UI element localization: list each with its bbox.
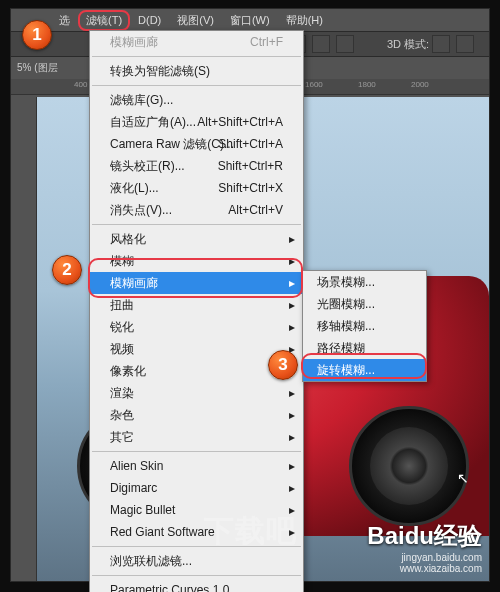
menu-item-distort[interactable]: 扭曲▸ — [90, 294, 303, 316]
chevron-right-icon: ▸ — [289, 408, 295, 422]
menu-item-lens-correction[interactable]: 镜头校正(R)...Shift+Ctrl+R — [90, 155, 303, 177]
chevron-right-icon: ▸ — [289, 320, 295, 334]
submenu-item-spin-blur[interactable]: 旋转模糊... — [303, 359, 426, 381]
menu-item-smart-filter[interactable]: 转换为智能滤镜(S) — [90, 60, 303, 82]
chevron-right-icon: ▸ — [289, 386, 295, 400]
submenu-item-tilt-shift[interactable]: 移轴模糊... — [303, 315, 426, 337]
annotation-badge-1: 1 — [22, 20, 52, 50]
menu-item-filter-gallery[interactable]: 滤镜库(G)... — [90, 89, 303, 111]
menu-item-noise[interactable]: 杂色▸ — [90, 404, 303, 426]
tool-icon[interactable] — [432, 35, 450, 53]
menu-help[interactable]: 帮助(H) — [278, 10, 331, 31]
zoom-level: 5% (图层 — [17, 61, 58, 75]
submenu-item-field-blur[interactable]: 场景模糊... — [303, 271, 426, 293]
watermark: Baidu经验 jingyan.baidu.com www.xiazaiba.c… — [367, 520, 482, 574]
annotation-badge-3: 3 — [268, 350, 298, 380]
menubar: 选 滤镜(T) D(D) 视图(V) 窗口(W) 帮助(H) — [11, 9, 489, 31]
ruler-tick: 2000 — [408, 80, 489, 89]
menu-item-sharpen[interactable]: 锐化▸ — [90, 316, 303, 338]
watermark-url: www.xiazaiba.com — [367, 563, 482, 574]
filter-menu: 模糊画廊Ctrl+F 转换为智能滤镜(S) 滤镜库(G)... 自适应广角(A)… — [89, 30, 304, 592]
chevron-right-icon: ▸ — [289, 459, 295, 473]
3d-mode-label: 3D 模式: — [387, 37, 429, 52]
menu-item-liquify[interactable]: 液化(L)...Shift+Ctrl+X — [90, 177, 303, 199]
submenu-item-path-blur[interactable]: 路径模糊 — [303, 337, 426, 359]
baidu-logo: Baidu经验 — [367, 520, 482, 552]
car-wheel — [349, 406, 469, 526]
menu-item-blur-gallery[interactable]: 模糊画廊▸ — [90, 272, 303, 294]
ruler-vertical — [11, 97, 37, 581]
menu-item-adaptive-wide[interactable]: 自适应广角(A)...Alt+Shift+Ctrl+A — [90, 111, 303, 133]
menu-item-render[interactable]: 渲染▸ — [90, 382, 303, 404]
watermark-logo: 下载吧 — [204, 511, 297, 552]
menu-item-alien-skin[interactable]: Alien Skin▸ — [90, 455, 303, 477]
chevron-right-icon: ▸ — [289, 481, 295, 495]
menu-select[interactable]: 选 — [51, 10, 78, 31]
tool-icon[interactable] — [456, 35, 474, 53]
menu-item-parametric-curves[interactable]: Parametric Curves 1.0 — [90, 579, 303, 592]
chevron-right-icon: ▸ — [289, 232, 295, 246]
tool-icon[interactable] — [312, 35, 330, 53]
tool-icon[interactable] — [336, 35, 354, 53]
blur-gallery-submenu: 场景模糊... 光圈模糊... 移轴模糊... 路径模糊 旋转模糊... — [302, 270, 427, 382]
menu-item-last-filter: 模糊画廊Ctrl+F — [90, 31, 303, 53]
chevron-right-icon: ▸ — [289, 276, 295, 290]
menu-item-browse-online[interactable]: 浏览联机滤镜... — [90, 550, 303, 572]
submenu-item-iris-blur[interactable]: 光圈模糊... — [303, 293, 426, 315]
menu-window[interactable]: 窗口(W) — [222, 10, 278, 31]
cursor-icon: ↖ — [457, 470, 469, 486]
menu-filter[interactable]: 滤镜(T) — [78, 10, 130, 31]
menu-item-camera-raw[interactable]: Camera Raw 滤镜(C)...Shift+Ctrl+A — [90, 133, 303, 155]
annotation-badge-2: 2 — [52, 255, 82, 285]
menu-item-blur[interactable]: 模糊▸ — [90, 250, 303, 272]
chevron-right-icon: ▸ — [289, 254, 295, 268]
menu-3d[interactable]: D(D) — [130, 11, 169, 29]
menu-view[interactable]: 视图(V) — [169, 10, 222, 31]
chevron-right-icon: ▸ — [289, 298, 295, 312]
baidu-url: jingyan.baidu.com — [367, 552, 482, 563]
menu-item-other[interactable]: 其它▸ — [90, 426, 303, 448]
menu-item-digimarc[interactable]: Digimarc▸ — [90, 477, 303, 499]
menu-item-vanishing-point[interactable]: 消失点(V)...Alt+Ctrl+V — [90, 199, 303, 221]
menu-item-stylize[interactable]: 风格化▸ — [90, 228, 303, 250]
chevron-right-icon: ▸ — [289, 430, 295, 444]
